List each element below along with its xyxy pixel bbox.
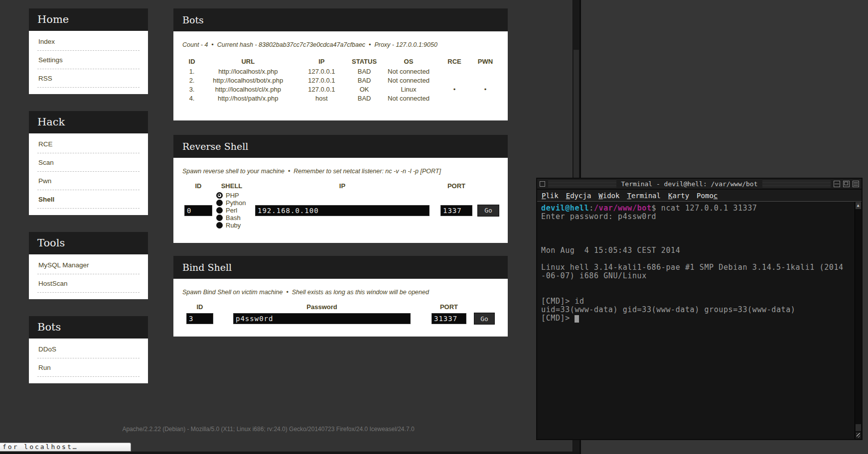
cell-url: http://localhost/cl/x.php — [201, 85, 294, 94]
titlebar-stripes — [762, 181, 831, 187]
sidebar-section-tools: Tools MySQL Manager HostScan — [29, 232, 148, 299]
sidebar-item-rss[interactable]: RSS — [37, 69, 140, 88]
cell-id: 3. — [182, 85, 201, 94]
label-id: ID — [186, 303, 213, 311]
sidebar-item-settings[interactable]: Settings — [37, 51, 140, 69]
sidebar-section-bots: Bots DDoS Run — [29, 316, 148, 383]
maximize-button[interactable] — [843, 181, 850, 187]
sidebar-item-rce[interactable]: RCE — [37, 135, 140, 153]
cell-rce — [437, 76, 472, 85]
shell-radio-group: PHP Python Perl Bash Ruby — [216, 192, 247, 229]
sidebar-section-hack: Hack RCE Scan Pwn Shell — [29, 111, 148, 215]
label-password: Password — [233, 303, 411, 311]
bind-password-input[interactable] — [233, 313, 411, 324]
cell-os: Not connected — [380, 67, 437, 76]
menu-plik[interactable]: Plik — [542, 192, 559, 200]
reverse-ip-input[interactable] — [255, 205, 430, 216]
terminal-menu-bar: Plik Edycja Widok Terminal Karty Pomoc — [537, 190, 862, 202]
sidebar-item-mysql-manager[interactable]: MySQL Manager — [37, 256, 140, 274]
cell-status: BAD — [348, 76, 380, 85]
col-pwn: PWN — [472, 57, 499, 67]
sidebar-section-home: Home Index Settings RSS — [29, 8, 148, 94]
prompt-line: devil@hell:/var/www/bot$ ncat 127.0.0.1 … — [541, 204, 851, 213]
scroll-down-button[interactable] — [856, 424, 861, 431]
terminal-window-title: Terminal - devil@hell: /var/www/bot — [619, 180, 760, 188]
browser-window: Home Index Settings RSS Hack RCE Scan Pw… — [0, 0, 581, 454]
cell-ip: host — [294, 94, 348, 103]
table-row: 1. http://localhost/x.php 127.0.0.1 BAD … — [182, 67, 499, 76]
menu-widok[interactable]: Widok — [598, 192, 619, 200]
sidebar-item-index[interactable]: Index — [37, 32, 140, 51]
sidebar-item-hostscan[interactable]: HostScan — [37, 274, 140, 293]
bind-shell-form: ID Password PORT Go — [182, 303, 499, 325]
radio-ruby[interactable]: Ruby — [216, 222, 247, 229]
titlebar-stripes — [548, 181, 616, 187]
cell-ip: 127.0.0.1 — [294, 76, 348, 85]
sidebar-item-shell-active[interactable]: Shell — [37, 190, 140, 209]
window-menu-icon[interactable] — [540, 181, 545, 187]
cell-os: Linux — [380, 85, 437, 94]
terminal-line: Enter password: p4ssw0rd — [541, 213, 851, 221]
terminal-scrollbar[interactable]: ▲ — [855, 202, 862, 439]
browser-status-bar: for localhost… — [0, 443, 131, 452]
menu-karty[interactable]: Karty — [668, 192, 689, 200]
menu-terminal[interactable]: Terminal — [627, 192, 660, 200]
bots-meta: Count - 4 • Current hash - 83802bab37cc7… — [182, 41, 499, 48]
close-button[interactable] — [853, 181, 859, 187]
col-id: ID — [182, 57, 201, 67]
radio-perl[interactable]: Perl — [216, 207, 247, 214]
bots-panel: Bots Count - 4 • Current hash - 83802bab… — [173, 8, 508, 120]
radio-selected-icon — [216, 192, 223, 199]
sidebar-item-scan[interactable]: Scan — [37, 153, 140, 172]
radio-icon — [216, 222, 223, 228]
cell-pwn — [472, 67, 499, 76]
bind-id-input[interactable] — [186, 313, 213, 324]
scroll-up-arrow-icon[interactable]: ▲ — [856, 202, 861, 209]
label-id: ID — [184, 182, 212, 190]
cell-status: OK — [348, 85, 380, 94]
reverse-id-input[interactable] — [184, 205, 212, 216]
terminal-output[interactable]: devil@hell:/var/www/bot$ ncat 127.0.0.1 … — [537, 202, 862, 439]
cell-ip: 127.0.0.1 — [294, 85, 348, 94]
sidebar-section-title: Tools — [29, 232, 148, 254]
minimize-button[interactable] — [834, 181, 840, 187]
reverse-shell-panel: Reverse Shell Spawn reverse shell to you… — [173, 135, 508, 243]
cell-pwn — [472, 94, 499, 103]
terminal-line: [CMD]> id — [541, 297, 851, 306]
col-status: STATUS — [348, 57, 380, 67]
sidebar-item-ddos[interactable]: DDoS — [37, 340, 140, 358]
bind-port-input[interactable] — [432, 313, 466, 324]
reverse-shell-form: ID SHELL IP PORT PHP — [182, 182, 499, 229]
col-url: URL — [201, 57, 294, 67]
sidebar: Home Index Settings RSS Hack RCE Scan Pw… — [29, 8, 148, 400]
server-signature: Apache/2.2.22 (Debian) - Mozilla/5.0 (X1… — [29, 426, 508, 433]
radio-icon — [216, 200, 223, 206]
terminal-cursor — [575, 315, 579, 323]
radio-php[interactable]: PHP — [216, 192, 247, 199]
sidebar-item-run[interactable]: Run — [37, 358, 140, 377]
sidebar-section-title: Hack — [29, 111, 148, 133]
sidebar-item-pwn[interactable]: Pwn — [37, 172, 140, 190]
cell-pwn — [472, 76, 499, 85]
terminal-title-bar[interactable]: Terminal - devil@hell: /var/www/bot — [537, 179, 862, 190]
browser-bottom-edge — [0, 452, 579, 454]
terminal-line — [541, 255, 851, 263]
radio-bash[interactable]: Bash — [216, 214, 247, 222]
cell-rce-dot: • — [437, 85, 472, 94]
resize-grip-icon[interactable] — [856, 432, 861, 439]
reverse-go-button[interactable]: Go — [477, 205, 499, 217]
bots-panel-title: Bots — [173, 8, 508, 31]
radio-python[interactable]: Python — [216, 199, 247, 207]
reverse-port-input[interactable] — [440, 205, 472, 216]
menu-pomoc[interactable]: Pomoc — [697, 192, 718, 200]
cell-os: Not connected — [380, 94, 437, 103]
bind-go-button[interactable]: Go — [474, 313, 495, 325]
main-content: Bots Count - 4 • Current hash - 83802bab… — [173, 8, 508, 337]
cell-rce — [437, 94, 472, 103]
label-ip: IP — [255, 182, 430, 190]
terminal-window: Terminal - devil@hell: /var/www/bot Plik… — [536, 178, 863, 440]
sidebar-section-title: Home — [29, 8, 148, 31]
table-row: 3. http://localhost/cl/x.php 127.0.0.1 O… — [182, 85, 499, 94]
menu-edycja[interactable]: Edycja — [566, 192, 591, 200]
radio-icon — [216, 207, 223, 214]
